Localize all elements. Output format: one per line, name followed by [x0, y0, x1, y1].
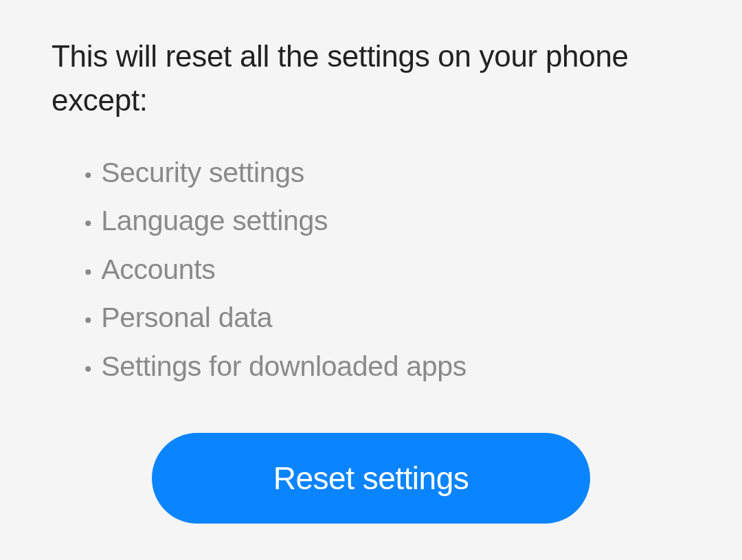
- list-item: • Accounts: [85, 245, 690, 294]
- exception-label: Security settings: [101, 148, 304, 197]
- list-item: • Language settings: [85, 197, 690, 245]
- bullet-icon: •: [85, 254, 91, 290]
- exception-label: Settings for downloaded apps: [101, 342, 466, 391]
- exceptions-list: • Security settings • Language settings …: [85, 148, 690, 391]
- exception-label: Language settings: [101, 197, 328, 245]
- bullet-icon: •: [85, 351, 91, 387]
- exception-label: Personal data: [101, 293, 272, 342]
- button-container: Reset settings: [52, 433, 690, 524]
- bullet-icon: •: [85, 302, 91, 338]
- exception-label: Accounts: [101, 245, 215, 294]
- list-item: • Personal data: [85, 293, 690, 342]
- list-item: • Security settings: [85, 148, 690, 197]
- reset-settings-button[interactable]: Reset settings: [152, 433, 590, 524]
- reset-intro-text: This will reset all the settings on your…: [52, 34, 690, 122]
- list-item: • Settings for downloaded apps: [85, 342, 690, 391]
- bullet-icon: •: [85, 157, 91, 193]
- bullet-icon: •: [85, 205, 91, 241]
